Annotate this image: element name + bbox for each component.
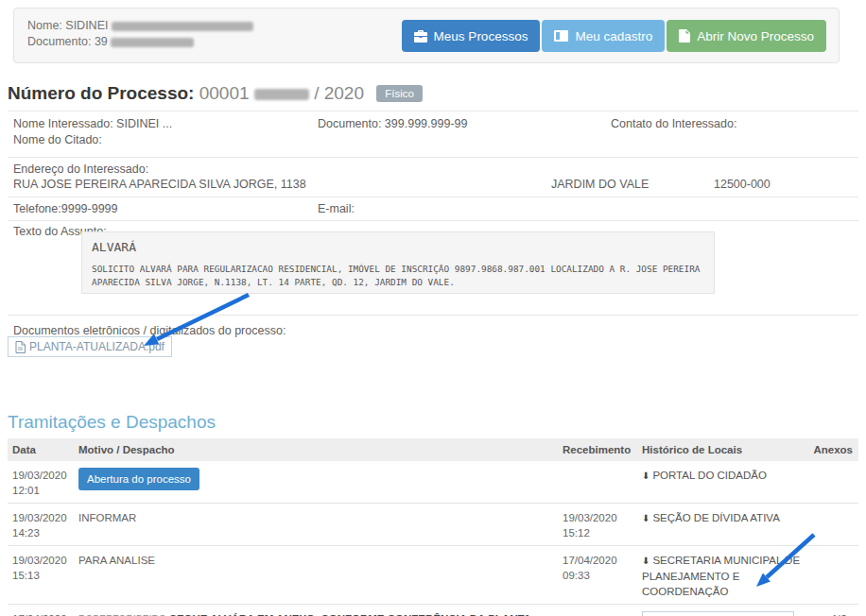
planta-atualizada-pdf-link[interactable]: PLANTA-ATUALIZADA.pdf xyxy=(8,336,172,357)
user-info: Nome: SIDINEI Documento: 39 xyxy=(27,18,253,50)
cep-value: 12500-000 xyxy=(714,178,771,191)
row-data-cell: 17/04/2020 09:36 xyxy=(8,605,74,616)
user-document-label: Documento: xyxy=(27,35,91,48)
row-data-cell: 19/03/2020 14:23 xyxy=(8,504,74,545)
assunto-box: ALVARÁ SOLICITO ALVARÁ PARA REGULARIZACA… xyxy=(81,231,715,294)
user-panel: Nome: SIDINEI Documento: 39 Meus Process… xyxy=(13,8,840,63)
process-type-badge: Físico xyxy=(376,85,423,102)
row-recebimento-cell: 19/03/2020 15:12 xyxy=(558,504,637,545)
documentos-label: Documentos eletrônicos / digitalizados d… xyxy=(13,324,286,337)
row-time: 12:01 xyxy=(12,483,69,498)
abrir-novo-processo-label: Abrir Novo Processo xyxy=(697,29,814,43)
row-date: 19/03/2020 xyxy=(12,510,69,525)
row-local: SECRETARIA MUNICIPAL DE PLANEJAMENTO E C… xyxy=(642,555,800,597)
divider xyxy=(8,111,858,111)
down-arrow-icon: ⬇ xyxy=(642,513,650,523)
documento-interessado: Documento: 399.999.999-99 xyxy=(318,117,467,130)
divider xyxy=(8,220,858,221)
redaction-name xyxy=(112,22,253,31)
divider xyxy=(8,197,858,197)
table-row: 19/03/2020 12:01 Abertura do processo ⬇P… xyxy=(8,461,858,504)
table-row: 19/03/2020 15:13 PARA ANALISE 17/04/2020… xyxy=(8,546,858,605)
row-recebimento-cell: 17/04/2020 09:33 xyxy=(558,546,637,604)
telefone-value: Telefone:9999-9999 xyxy=(13,202,118,215)
redaction-process-number xyxy=(254,89,309,100)
abrir-novo-processo-button[interactable]: Abrir Novo Processo xyxy=(667,20,826,52)
col-header-motivo: Motivo / Despacho xyxy=(74,438,558,461)
row-time: 14:23 xyxy=(12,525,69,540)
header-actions: Meus Processos Meu cadastro Abrir Novo P… xyxy=(402,20,826,52)
row-local: PORTAL DO CIDADÃO xyxy=(652,470,767,481)
new-document-icon xyxy=(679,29,690,43)
nome-interessado: Nome Interessado: SIDINEI ... xyxy=(13,117,172,130)
user-document-line: Documento: 39 xyxy=(27,34,253,50)
assunto-title: ALVARÁ xyxy=(92,240,704,254)
abertura-processo-badge: Abertura do processo xyxy=(78,468,199,490)
bairro-value: JARDIM DO VALE xyxy=(551,178,649,191)
row-historico-cell: ⬇SECRETARIA MUNICIPAL DE PLANEJAMENTO E … xyxy=(637,546,807,604)
meu-cadastro-label: Meu cadastro xyxy=(575,29,652,43)
row-receb-date: 19/03/2020 xyxy=(563,510,632,525)
process-number-label: Número do Processo: xyxy=(8,83,194,103)
assunto-text-line1: SOLICITO ALVARÁ PARA REGULARIZACAO RESID… xyxy=(92,263,704,276)
col-header-data: Data xyxy=(8,438,74,461)
col-header-historico: Histórico de Locais xyxy=(637,438,807,461)
row-anexos-cell xyxy=(807,461,858,503)
pdf-file-icon xyxy=(15,341,26,353)
divider xyxy=(8,315,858,316)
row-receb-time: 09:33 xyxy=(563,568,632,583)
id-card-icon xyxy=(554,30,568,42)
row-local: SEÇÃO DE DÍVIDA ATIVA xyxy=(652,512,779,523)
contato-interessado: Contato do Interessado: xyxy=(611,117,736,130)
meu-cadastro-button[interactable]: Meu cadastro xyxy=(542,20,665,52)
endereco-value: RUA JOSE PEREIRA APARECIDA SILVA JORGE, … xyxy=(13,178,306,191)
meus-processos-label: Meus Processos xyxy=(434,29,528,43)
row-data-cell: 19/03/2020 12:01 xyxy=(8,461,74,503)
meus-processos-button[interactable]: Meus Processos xyxy=(402,20,541,52)
row-motivo-cell: Abertura do processo xyxy=(74,461,558,503)
table-header-row: Data Motivo / Despacho Recebimento Histó… xyxy=(8,438,858,461)
redaction-document xyxy=(111,38,194,47)
alvara-liberado-pdf-link[interactable]: ALVARA-LIBERADO.pdf xyxy=(642,611,794,616)
briefcase-icon xyxy=(414,30,427,43)
user-name-value: SIDINEI xyxy=(65,19,108,32)
planta-atualizada-pdf-label: PLANTA-ATUALIZADA.pdf xyxy=(29,340,165,353)
row-historico-cell: ALVARA-LIBERADO.pdf xyxy=(637,605,807,616)
down-arrow-icon: ⬇ xyxy=(642,556,650,566)
row-receb-time: 15:12 xyxy=(563,525,632,540)
row-anexos-cell xyxy=(807,504,858,545)
row-motivo-cell: INFORMAR xyxy=(74,504,558,545)
user-document-value: 39 xyxy=(95,35,108,48)
row-date: 19/03/2020 xyxy=(12,553,69,568)
row-recebimento-cell xyxy=(558,461,637,503)
down-arrow-icon: ⬇ xyxy=(642,471,650,481)
divider xyxy=(8,157,858,158)
row-historico-cell: ⬇PORTAL DO CIDADÃO xyxy=(637,461,807,503)
user-name-label: Nome: xyxy=(27,19,62,32)
table-row: 19/03/2020 14:23 INFORMAR 19/03/2020 15:… xyxy=(8,504,858,546)
row-anexos-cell: Não possui. xyxy=(807,605,858,616)
tramitacoes-table: Data Motivo / Despacho Recebimento Histó… xyxy=(8,438,858,616)
tramitacoes-title: Tramitações e Despachos xyxy=(8,412,216,433)
row-date: 17/04/2020 xyxy=(12,611,69,616)
row-motivo-cell: PARA ANALISE xyxy=(74,546,558,604)
process-heading: Número do Processo: 00001 / 2020 Físico xyxy=(8,83,423,104)
row-receb-date: 17/04/2020 xyxy=(563,553,632,568)
row-date: 19/03/2020 xyxy=(12,468,69,483)
col-header-recebimento: Recebimento xyxy=(558,438,637,461)
table-row: 17/04/2020 09:36 ROBERTORIBEIRO SEGUE AL… xyxy=(8,605,858,616)
row-data-cell: 19/03/2020 15:13 xyxy=(8,546,74,604)
row-time: 15:13 xyxy=(12,568,69,583)
row-historico-cell: ⬇SEÇÃO DE DÍVIDA ATIVA xyxy=(637,504,807,545)
assunto-text-line2: APARECIDA SILVA JORGE, N.1138, LT. 14 PA… xyxy=(92,276,704,289)
nome-citado: Nome do Citado: xyxy=(13,133,102,146)
col-header-anexos: Anexos xyxy=(807,438,858,461)
process-number-prefix: 00001 xyxy=(199,83,250,103)
email-label: E-mail: xyxy=(318,202,355,215)
anexos-line: Não xyxy=(812,611,853,616)
process-number-suffix: / 2020 xyxy=(314,83,364,103)
user-name-line: Nome: SIDINEI xyxy=(27,18,253,34)
row-motivo-cell: ROBERTORIBEIRO SEGUE ALVÁRA EM ANEXO, CO… xyxy=(74,605,558,616)
row-anexos-cell xyxy=(807,546,858,604)
row-recebimento-cell xyxy=(558,605,637,616)
